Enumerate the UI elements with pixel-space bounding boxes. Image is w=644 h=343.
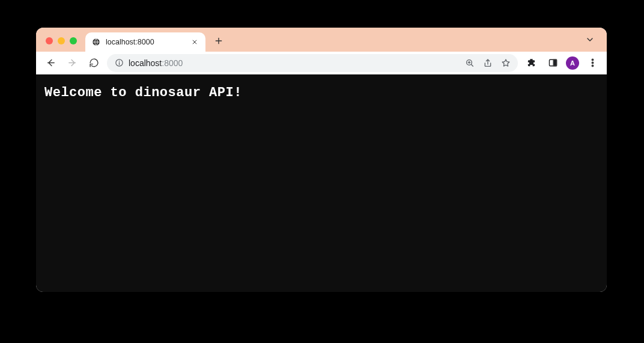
- svg-rect-9: [553, 59, 556, 66]
- zoom-icon[interactable]: [465, 58, 475, 68]
- tab-strip: localhost:8000: [36, 28, 607, 52]
- reload-button[interactable]: [85, 55, 102, 71]
- url-port: :8000: [162, 58, 183, 68]
- window-zoom-button[interactable]: [70, 37, 77, 44]
- browser-window: localhost:8000: [36, 28, 607, 292]
- new-tab-button[interactable]: [210, 32, 227, 49]
- forward-button[interactable]: [64, 55, 80, 71]
- svg-point-12: [592, 65, 594, 67]
- back-button[interactable]: [42, 55, 59, 71]
- menu-button[interactable]: [584, 55, 601, 71]
- window-minimize-button[interactable]: [58, 37, 65, 44]
- omnibox-actions: [465, 58, 511, 68]
- svg-point-10: [592, 59, 594, 61]
- url-text: localhost:8000: [129, 58, 183, 68]
- address-bar[interactable]: localhost:8000: [107, 54, 518, 72]
- site-info-icon[interactable]: [114, 58, 124, 68]
- svg-point-11: [592, 62, 594, 64]
- desktop-background: localhost:8000: [0, 0, 644, 343]
- tab-list-dropdown[interactable]: [582, 31, 598, 48]
- side-panel-button[interactable]: [544, 55, 561, 71]
- page-content: Welcome to dinosaur API!: [36, 74, 607, 292]
- page-heading: Welcome to dinosaur API!: [44, 85, 598, 100]
- tab-close-button[interactable]: [190, 37, 199, 47]
- bookmark-star-icon[interactable]: [501, 58, 511, 68]
- url-host: localhost: [129, 58, 162, 68]
- window-close-button[interactable]: [46, 37, 53, 44]
- window-controls: [46, 37, 77, 44]
- globe-icon: [91, 37, 101, 47]
- extensions-button[interactable]: [523, 55, 539, 71]
- svg-line-5: [471, 64, 473, 66]
- avatar-initial: A: [570, 59, 575, 67]
- svg-point-3: [118, 61, 120, 62]
- share-icon[interactable]: [483, 58, 493, 68]
- tab-active[interactable]: localhost:8000: [85, 32, 205, 52]
- toolbar: localhost:8000: [36, 52, 607, 74]
- tab-title: localhost:8000: [106, 38, 185, 46]
- profile-avatar[interactable]: A: [566, 56, 579, 70]
